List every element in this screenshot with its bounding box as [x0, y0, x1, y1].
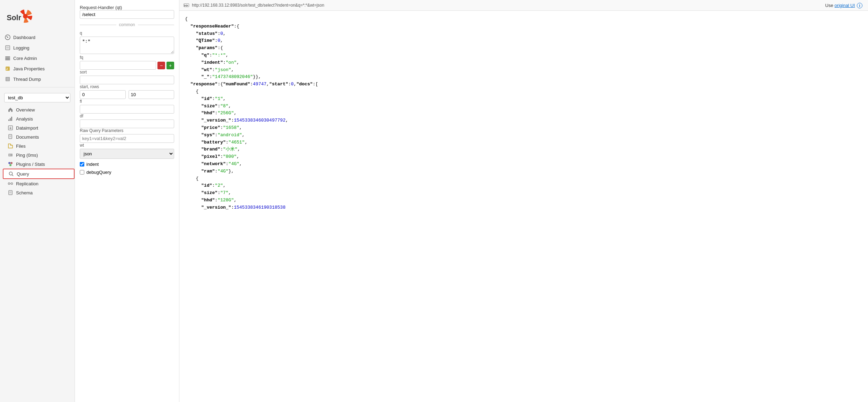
sidebar-item-ping[interactable]: Ping (0ms) — [3, 150, 75, 160]
fl-section: fl — [80, 99, 174, 114]
thread-icon — [5, 76, 10, 82]
sidebar-item-replication[interactable]: Replication — [3, 179, 75, 188]
ping-icon — [8, 152, 13, 158]
start-rows-label: start, rows — [80, 84, 174, 89]
sidebar-item-dashboard[interactable]: Dashboard — [0, 32, 75, 42]
original-ui-link[interactable]: original UI — [835, 3, 855, 8]
request-handler-input[interactable] — [80, 10, 174, 19]
svg-point-28 — [11, 183, 13, 185]
q-label: q — [80, 31, 174, 36]
rows-input[interactable] — [129, 90, 175, 99]
svg-point-25 — [9, 172, 13, 175]
middle-panel: Request-Handler (qt) common q fq − + sor… — [75, 0, 179, 402]
json-output: { "responseHeader":{ "status":0, "QTime"… — [179, 11, 868, 402]
request-handler-label: Request-Handler (qt) — [80, 5, 122, 10]
sort-input[interactable] — [80, 76, 174, 84]
debugquery-label: debugQuery — [86, 170, 111, 175]
request-handler-section: Request-Handler (qt) — [80, 5, 174, 19]
q-input[interactable] — [80, 37, 174, 54]
sidebar-item-schema[interactable]: Schema — [3, 188, 75, 197]
query-label: Query — [17, 171, 29, 177]
query-icon — [8, 171, 14, 177]
indent-section: indent — [80, 162, 174, 167]
db-selector: test_db — [4, 93, 70, 102]
sidebar-item-files[interactable]: Files — [3, 141, 75, 150]
fq-row: − + — [80, 61, 174, 70]
logging-icon — [5, 45, 10, 51]
sidebar-item-plugins-stats[interactable]: Plugins / Stats — [3, 160, 75, 169]
svg-text:Solr: Solr — [7, 14, 21, 22]
fq-input[interactable] — [80, 61, 156, 70]
sidebar-item-analysis[interactable]: Analysis — [3, 114, 75, 123]
fl-label: fl — [80, 99, 174, 104]
svg-point-3 — [7, 37, 8, 38]
replication-label: Replication — [16, 181, 38, 186]
dataimport-label: Dataimport — [16, 125, 38, 131]
sidebar-item-query[interactable]: Query — [3, 169, 75, 179]
svg-rect-8 — [5, 58, 10, 59]
start-rows-section: start, rows — [80, 84, 174, 99]
right-panel: ▶▶ http://192.168.33.12:8983/solr/test_d… — [179, 0, 868, 402]
info-icon: i — [857, 3, 862, 8]
svg-rect-9 — [5, 59, 10, 60]
core-admin-label: Core Admin — [13, 56, 37, 61]
wt-label: wt — [80, 143, 174, 148]
fq-minus-button[interactable]: − — [157, 62, 165, 69]
logging-label: Logging — [13, 45, 29, 51]
common-divider: common — [80, 22, 174, 27]
plugins-stats-label: Plugins / Stats — [16, 162, 45, 167]
wt-select[interactable]: json xml python ruby php csv — [80, 149, 174, 159]
sidebar: Solr Dashboard Logging — [0, 0, 75, 402]
debugquery-section: debugQuery — [80, 170, 174, 175]
sidebar-divider — [0, 87, 75, 87]
raw-query-input[interactable] — [80, 134, 174, 143]
debugquery-checkbox[interactable] — [80, 170, 84, 175]
start-rows-inputs — [80, 90, 174, 99]
svg-rect-4 — [6, 46, 10, 50]
fq-plus-button[interactable]: + — [166, 62, 174, 69]
replication-icon — [8, 181, 13, 186]
analysis-icon — [8, 116, 13, 122]
sidebar-item-java-properties[interactable]: J Java Properties — [0, 63, 75, 74]
ping-label: Ping (0ms) — [16, 153, 38, 158]
fq-section: fq − + — [80, 55, 174, 70]
indent-checkbox[interactable] — [80, 162, 84, 167]
sidebar-item-documents[interactable]: Documents — [3, 132, 75, 141]
sidebar-item-thread-dump[interactable]: Thread Dump — [0, 74, 75, 84]
wt-section: wt json xml python ruby php csv — [80, 143, 174, 159]
db-select[interactable]: test_db — [4, 93, 70, 102]
core-admin-icon — [5, 55, 10, 61]
sidebar-item-logging[interactable]: Logging — [0, 42, 75, 53]
documents-label: Documents — [16, 134, 39, 140]
raw-query-label: Raw Query Parameters — [80, 128, 174, 133]
svg-point-23 — [10, 162, 13, 164]
svg-rect-17 — [9, 134, 12, 139]
sidebar-item-core-admin[interactable]: Core Admin — [0, 53, 75, 63]
svg-point-24 — [9, 164, 11, 166]
use-original-text: Use — [825, 3, 835, 8]
analysis-label: Analysis — [16, 116, 33, 122]
sort-section: sort — [80, 70, 174, 84]
sidebar-item-overview[interactable]: Overview — [3, 105, 75, 114]
sort-label: sort — [80, 70, 174, 75]
raw-query-section: Raw Query Parameters — [80, 128, 174, 143]
svg-rect-30 — [9, 191, 12, 195]
top-bar: Use original UI i — [820, 0, 868, 11]
sidebar-item-dataimport[interactable]: Dataimport — [3, 123, 75, 132]
plugins-icon — [8, 161, 13, 167]
home-icon — [8, 107, 13, 113]
url-bar: ▶▶ http://192.168.33.12:8983/solr/test_d… — [179, 0, 868, 11]
sub-nav: Overview Analysis Dataimport — [0, 105, 75, 197]
thread-dump-label: Thread Dump — [13, 77, 41, 82]
files-label: Files — [16, 144, 25, 149]
svg-point-22 — [8, 162, 10, 164]
common-label: common — [119, 22, 135, 27]
fl-input[interactable] — [80, 105, 174, 114]
df-input[interactable] — [80, 119, 174, 128]
df-section: df — [80, 114, 174, 128]
files-icon — [8, 143, 13, 149]
svg-text:J: J — [6, 67, 8, 71]
overview-label: Overview — [16, 107, 35, 113]
schema-icon — [8, 190, 13, 195]
start-input[interactable] — [80, 90, 126, 99]
